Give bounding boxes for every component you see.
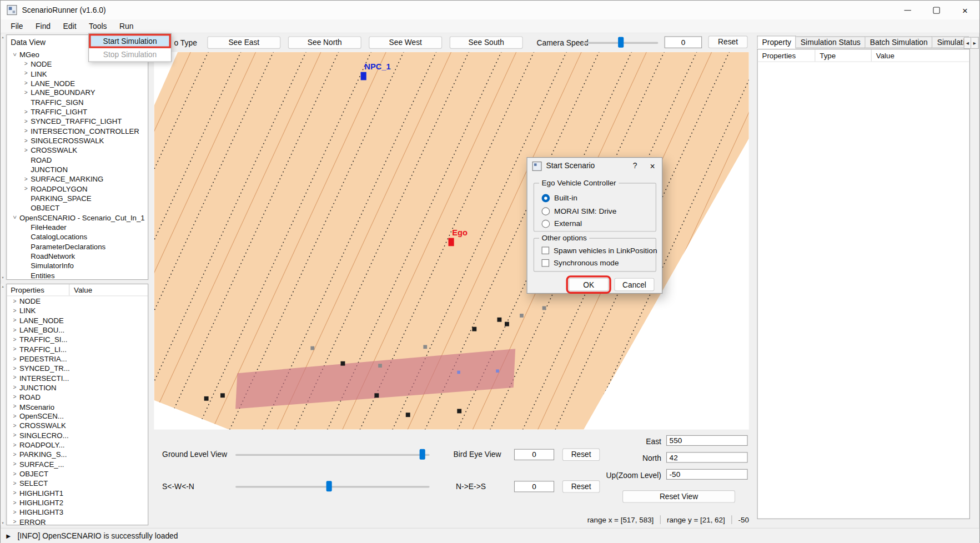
chevron-down-icon[interactable]: > bbox=[12, 213, 18, 222]
chevron-right-icon[interactable]: > bbox=[11, 413, 19, 419]
ok-button[interactable]: OK bbox=[569, 278, 609, 291]
chevron-right-icon[interactable]: > bbox=[11, 490, 19, 496]
chevron-right-icon[interactable]: > bbox=[22, 71, 30, 77]
chevron-right-icon[interactable]: > bbox=[22, 138, 30, 144]
maximize-button[interactable] bbox=[922, 1, 951, 19]
tree-item-link[interactable]: >LINK bbox=[7, 306, 148, 315]
chevron-right-icon[interactable]: > bbox=[11, 317, 19, 323]
bird-eye-input[interactable] bbox=[514, 449, 554, 460]
tab-scroll-left-icon[interactable]: ◀ bbox=[964, 37, 972, 49]
slider-handle[interactable] bbox=[419, 449, 425, 460]
chevron-right-icon[interactable]: > bbox=[11, 442, 19, 448]
tree-item-singlecrosswalk[interactable]: >SINGLECROSSWALK bbox=[7, 136, 148, 145]
map-marker-ego[interactable] bbox=[448, 238, 454, 247]
chevron-right-icon[interactable]: > bbox=[22, 147, 30, 153]
properties-scrollbar[interactable]: ▲▼ bbox=[1, 284, 6, 525]
chevron-right-icon[interactable]: > bbox=[11, 480, 19, 486]
tree-item-surface-marking[interactable]: >SURFACE_MARKING bbox=[7, 174, 148, 184]
tree-item-junction[interactable]: >JUNCTION bbox=[7, 165, 148, 174]
north-input[interactable] bbox=[666, 452, 748, 462]
tree-item-roadnetwork[interactable]: >RoadNetwork bbox=[7, 251, 148, 260]
tree-item-junction[interactable]: >JUNCTION bbox=[7, 383, 148, 392]
tree-item-lane-node[interactable]: >LANE_NODE bbox=[7, 78, 148, 88]
chevron-down-icon[interactable]: > bbox=[12, 50, 18, 58]
tree-item-roadpolygon[interactable]: >ROADPOLYGON bbox=[7, 184, 148, 193]
tree-item-pedestria[interactable]: >PEDESTRIA... bbox=[7, 354, 148, 363]
swn-slider[interactable] bbox=[235, 480, 430, 493]
chevron-right-icon[interactable]: > bbox=[22, 176, 30, 182]
slider-handle[interactable] bbox=[618, 37, 624, 48]
chevron-right-icon[interactable]: > bbox=[11, 519, 19, 525]
tree-item-node[interactable]: >NODE bbox=[7, 296, 148, 305]
tree-item-traffic-si[interactable]: >TRAFFIC_SI... bbox=[7, 335, 148, 344]
chevron-right-icon[interactable]: > bbox=[11, 471, 19, 477]
radio-option-external[interactable]: External bbox=[542, 219, 582, 228]
chevron-right-icon[interactable]: > bbox=[11, 375, 19, 381]
checkbox-option-synchronous-mode[interactable]: Synchronous mode bbox=[542, 259, 619, 268]
tree-item-highlight2[interactable]: >HIGHLIGHT2 bbox=[7, 497, 148, 507]
tree-item-fileheader[interactable]: >FileHeader bbox=[7, 222, 148, 232]
chevron-right-icon[interactable]: > bbox=[11, 461, 19, 467]
cancel-button[interactable]: Cancel bbox=[614, 278, 654, 291]
camera-speed-reset-button[interactable]: Reset bbox=[708, 36, 748, 48]
nes-input[interactable] bbox=[514, 481, 554, 492]
chevron-right-icon[interactable]: > bbox=[11, 346, 19, 352]
east-input[interactable] bbox=[666, 435, 748, 446]
tree-item-road[interactable]: >ROAD bbox=[7, 392, 148, 401]
chevron-right-icon[interactable]: > bbox=[22, 185, 30, 192]
dialog-close-button[interactable]: × bbox=[643, 158, 662, 174]
tree-item-error[interactable]: >ERROR bbox=[7, 517, 148, 525]
tab-scroll-right-icon[interactable]: ▶ bbox=[971, 37, 979, 49]
tree-item-road[interactable]: >ROAD bbox=[7, 155, 148, 164]
tree-item-lane-bou[interactable]: >LANE_BOU... bbox=[7, 325, 148, 334]
tree-item-select[interactable]: >SELECT bbox=[7, 479, 148, 488]
tree-item-link[interactable]: >LINK bbox=[7, 69, 148, 78]
tree-item-parking-space[interactable]: >PARKING_SPACE bbox=[7, 193, 148, 203]
tree-item-parameterdeclarations[interactable]: >ParameterDeclarations bbox=[7, 242, 148, 251]
chevron-right-icon[interactable]: > bbox=[22, 89, 30, 95]
reset-view-button[interactable]: Reset View bbox=[622, 490, 735, 503]
chevron-right-icon[interactable]: > bbox=[11, 336, 19, 343]
properties-column-header[interactable]: Properties bbox=[7, 284, 69, 295]
menu-find[interactable]: Find bbox=[29, 21, 57, 32]
menu-run[interactable]: Run bbox=[113, 21, 140, 32]
tree-item-traffic-li[interactable]: >TRAFFIC_LI... bbox=[7, 344, 148, 354]
tree-item-crosswalk[interactable]: >CROSSWALK bbox=[7, 421, 148, 430]
value-column-header[interactable]: Value bbox=[69, 285, 92, 294]
chevron-right-icon[interactable]: > bbox=[11, 451, 19, 457]
see-south-button[interactable]: See South bbox=[450, 36, 523, 49]
tree-item-highlight1[interactable]: >HIGHLIGHT1 bbox=[7, 488, 148, 497]
menu-tools[interactable]: Tools bbox=[83, 21, 113, 32]
tree-item-highlight3[interactable]: >HIGHLIGHT3 bbox=[7, 507, 148, 517]
tree-item-synced-traffic-light[interactable]: >SYNCED_TRAFFIC_LIGHT bbox=[7, 117, 148, 126]
tree-item-traffic-sign[interactable]: >TRAFFIC_SIGN bbox=[7, 98, 148, 107]
checkbox-option-spawn-vehicles-in-linkposition[interactable]: Spawn vehicles in LinkPosition bbox=[542, 246, 657, 255]
see-east-button[interactable]: See East bbox=[207, 36, 280, 49]
slider-handle[interactable] bbox=[326, 481, 331, 491]
tree-item-parking-s[interactable]: >PARKING_S... bbox=[7, 450, 148, 459]
chevron-right-icon[interactable]: > bbox=[11, 499, 19, 505]
chevron-right-icon[interactable]: > bbox=[22, 80, 30, 86]
scroll-up-icon[interactable]: ▲ bbox=[1, 34, 5, 39]
dialog-help-button[interactable]: ? bbox=[627, 162, 643, 170]
tree-item-crosswalk[interactable]: >CROSSWALK bbox=[7, 145, 148, 155]
minimize-button[interactable] bbox=[893, 1, 922, 19]
chevron-right-icon[interactable]: > bbox=[11, 355, 19, 361]
chevron-right-icon[interactable]: > bbox=[11, 308, 19, 314]
tree-item-object[interactable]: >OBJECT bbox=[7, 469, 148, 479]
tree-item-intersection-controller[interactable]: >INTERSECTION_CONTROLLER bbox=[7, 126, 148, 135]
tree-item-simulatorinfo[interactable]: >SimulatorInfo bbox=[7, 260, 148, 270]
tree-item-surface[interactable]: >SURFACE_... bbox=[7, 459, 148, 469]
tree-item-lane-node[interactable]: >LANE_NODE bbox=[7, 315, 148, 325]
menu-file[interactable]: File bbox=[4, 21, 29, 32]
chevron-right-icon[interactable]: > bbox=[22, 118, 30, 124]
tree-item-entities[interactable]: >Entities bbox=[7, 270, 148, 280]
scroll-down-icon[interactable]: ▼ bbox=[1, 275, 5, 280]
tree-item-synced-tr[interactable]: >SYNCED_TR... bbox=[7, 363, 148, 373]
camera-speed-input[interactable] bbox=[665, 36, 702, 48]
tree-item-mscenario[interactable]: >MScenario bbox=[7, 402, 148, 411]
tab-batch-simulation[interactable]: Batch Simulation bbox=[866, 36, 933, 48]
nes-reset-button[interactable]: Reset bbox=[562, 480, 600, 493]
data-view-scrollbar[interactable]: ▲▼ bbox=[1, 34, 6, 280]
ground-level-slider[interactable] bbox=[235, 448, 430, 461]
